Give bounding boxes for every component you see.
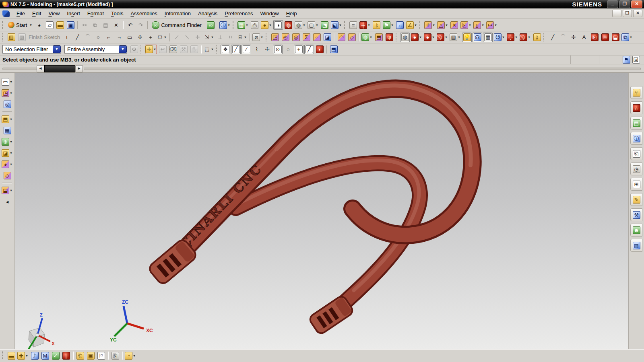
chamfer-icon[interactable]: ¬	[114, 33, 124, 42]
menu-information[interactable]: Information	[161, 9, 194, 18]
menu-format[interactable]: Format	[84, 9, 107, 18]
datum-plane-icon[interactable]: ⬒▾	[1, 114, 13, 124]
pin-part-icon[interactable]: ∣	[61, 351, 71, 360]
chamfer-feature-icon[interactable]: ◇	[347, 33, 357, 42]
text-tool-icon[interactable]: A	[579, 33, 589, 42]
studio-spline-icon[interactable]: ✢	[135, 33, 145, 42]
chevron-down-icon[interactable]: ▾	[339, 23, 342, 27]
chevron-down-icon[interactable]: ▾	[10, 80, 12, 84]
chevron-down-icon[interactable]: ▾	[10, 117, 12, 121]
bookmark-icon[interactable]: M	[40, 351, 50, 360]
palette-icon[interactable]: ⊞	[630, 178, 642, 191]
delete-icon[interactable]: ✕	[111, 20, 121, 30]
chevron-down-icon[interactable]: ▾	[481, 23, 484, 27]
shaded-contrast-icon[interactable]: ◑	[273, 20, 283, 30]
mirror-assembly-icon[interactable]: ▯▾	[473, 20, 485, 30]
render-ball-icon[interactable]: ●▾	[260, 20, 272, 30]
menu-window[interactable]: Window	[256, 9, 282, 18]
toolbar-grip[interactable]	[2, 21, 5, 29]
chevron-down-icon[interactable]: ▾	[260, 35, 263, 39]
sweep-tool-icon[interactable]: ♾	[600, 33, 610, 42]
menu-analysis[interactable]: Analysis	[194, 9, 221, 18]
chevron-down-icon[interactable]: ▾	[432, 23, 435, 27]
pattern-feature-icon[interactable]: ⁘	[312, 33, 322, 42]
toolbar-grip[interactable]	[396, 33, 398, 41]
trim-body-icon[interactable]: ⬒	[374, 33, 384, 42]
combo-arrow-icon[interactable]: ▼	[119, 45, 127, 53]
check-part-icon[interactable]: ✓	[51, 351, 60, 360]
snap-point-toggle-icon[interactable]: ✛▾	[145, 45, 157, 54]
link-tool-icon[interactable]: ⎘	[110, 351, 120, 360]
doc-restore-button[interactable]: ❐	[623, 10, 632, 17]
chevron-down-icon[interactable]: ▾	[630, 35, 632, 39]
chevron-down-icon[interactable]: ▾	[391, 23, 394, 27]
toolbar-grip[interactable]	[543, 33, 546, 41]
chevron-down-icon[interactable]: ▾	[10, 91, 12, 95]
images-icon[interactable]: ▧	[630, 239, 642, 252]
menu-assemblies[interactable]: Assemblies	[127, 9, 161, 18]
rectangle-icon[interactable]: ▭	[125, 33, 134, 42]
snap-arc-center-icon[interactable]: ⊙	[273, 45, 283, 54]
add-part-icon[interactable]: ✚▾	[17, 351, 29, 360]
inferred-dimension-icon[interactable]: ⇲▾	[203, 33, 215, 42]
chevron-down-icon[interactable]: ▾	[153, 47, 156, 51]
chevron-down-icon[interactable]: ▾	[211, 35, 214, 39]
chamfer-icon[interactable]: ◇	[2, 171, 12, 180]
toolbar-grip[interactable]	[344, 21, 347, 29]
hidden-edges-icon[interactable]: ⃠▾	[436, 33, 448, 42]
print-icon[interactable]: ⎙	[250, 20, 260, 30]
chevron-down-icon[interactable]: ▾	[10, 140, 12, 144]
chevron-down-icon[interactable]: ▾	[414, 23, 417, 27]
toolbar-grip[interactable]	[419, 21, 422, 29]
nx-start-orb-icon[interactable]: ◕	[34, 20, 44, 30]
doc-minimize-button[interactable]: _	[612, 10, 621, 17]
shaded-with-edges-icon[interactable]: ◍	[400, 33, 410, 42]
mirror-curve-icon[interactable]: ⧄▾	[252, 33, 264, 42]
face-analysis-icon[interactable]: ☊	[473, 33, 482, 42]
snap-endpoint-icon[interactable]: ╱	[231, 45, 241, 54]
wcs-triad[interactable]: ZC XC YC	[110, 299, 153, 343]
arc-icon[interactable]: ⌒	[83, 33, 93, 42]
rib-icon[interactable]: Σ	[301, 33, 311, 42]
menu-preferences[interactable]: Preferences	[221, 9, 256, 18]
export-part-icon[interactable]: ⤴	[30, 351, 39, 360]
chevron-down-icon[interactable]: ▾	[133, 354, 136, 358]
chevron-down-icon[interactable]: ▾	[419, 35, 422, 39]
pane-scroll-thumb[interactable]	[44, 65, 75, 72]
window-cascade-in-icon[interactable]: ⬔	[320, 20, 330, 30]
eraser-icon[interactable]: ⌫	[168, 45, 178, 54]
patch-tool-icon[interactable]: ⧉▾	[621, 33, 633, 42]
circle-icon[interactable]: ○	[93, 33, 103, 42]
menu-file[interactable]: File	[13, 9, 29, 18]
chevron-down-icon[interactable]: ▾	[316, 23, 318, 27]
graphics-window[interactable]: ÇINARLI CNC ZC	[15, 73, 628, 349]
chevron-down-icon[interactable]: ▾	[164, 35, 167, 39]
doc-close-button[interactable]: ✕	[633, 10, 642, 17]
hole-icon[interactable]: ◎	[2, 99, 12, 109]
snap-inferred-icon[interactable]: ❖	[221, 45, 230, 54]
profile-icon[interactable]: ι	[62, 33, 72, 42]
model-canvas[interactable]: ÇINARLI CNC ZC	[15, 73, 620, 349]
internet-explorer-icon[interactable]: ⓘ	[630, 132, 642, 145]
move-component-icon[interactable]: ✛▾	[424, 20, 436, 30]
shell-icon[interactable]: ◪	[322, 33, 332, 42]
chevron-down-icon[interactable]: ▾	[303, 23, 305, 27]
chevron-down-icon[interactable]: ▾	[515, 35, 518, 39]
key-view-icon[interactable]: ⚷	[372, 20, 382, 30]
csys-orient-icon[interactable]: ┼▾	[359, 20, 371, 30]
chevron-down-icon[interactable]: ▾	[269, 23, 272, 27]
assembly-constraints-icon[interactable]: △▾	[437, 20, 449, 30]
close-button[interactable]: ✕	[631, 0, 642, 8]
extrude-icon[interactable]: ◳▾	[1, 88, 13, 98]
chevron-down-icon[interactable]: ▾	[445, 35, 448, 39]
snap-quadrant-icon[interactable]: ◌	[283, 45, 293, 54]
spreadsheet-icon[interactable]: ▦▾	[237, 20, 249, 30]
rotate-sphere-icon[interactable]: ◍	[284, 20, 293, 30]
menu-view[interactable]: View	[45, 9, 63, 18]
sketch-arc-icon[interactable]: ⌒	[558, 33, 568, 42]
open-file-icon[interactable]: ▬	[55, 20, 65, 30]
toolbar-grip[interactable]	[140, 45, 143, 53]
command-finder-binoculars-icon[interactable]: ∞	[206, 20, 216, 30]
part-navigator-icon[interactable]: ▤	[630, 117, 642, 130]
pane-scroll-left-button[interactable]: ◄	[37, 65, 44, 72]
